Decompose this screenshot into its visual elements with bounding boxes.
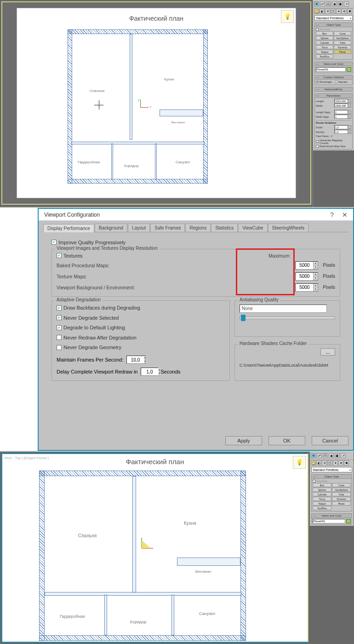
spacewarps-subtab-icon[interactable]: ≋ [342,9,347,14]
hierarchy-tab-icon[interactable]: 品 [326,1,331,6]
viewport-bottom[interactable]: ctive - Top ] [Edged Faces ] Фактический… [1,453,308,643]
tab-regions[interactable]: Regions [185,224,211,232]
baked-maps-spinner[interactable]: ▴▾ [295,261,318,270]
width-spinner[interactable]: ▴▾ [334,104,351,108]
bottom-viewport-section: ctive - Top ] [Edged Faces ] Фактический… [0,451,354,644]
gizmo-icon[interactable] [139,537,155,551]
hierarchy-tab-icon[interactable]: 品 [323,453,328,458]
create-tab-icon[interactable]: ✲ [311,453,316,458]
lightbulb-icon[interactable]: 💡 [281,10,294,23]
object-name-input[interactable]: Plane001 [316,67,346,72]
lights-subtab-icon[interactable]: ☀ [325,9,330,14]
primitive-dropdown[interactable]: Standard Primitives ▾ [314,15,353,21]
plane-button[interactable]: Plane [334,50,351,54]
shapes-subtab-icon[interactable]: ◐ [320,9,325,14]
tab-steeringwheels[interactable]: SteeringWheels [268,224,309,232]
utilities-tab-icon[interactable]: ↗ [341,453,346,458]
svg-marker-2 [142,540,150,548]
primitive-dropdown[interactable]: Standard Primitives▾ [311,467,352,472]
cache-browse-button[interactable]: ... [320,348,335,356]
never-degrade-geometry-checkbox[interactable]: ✔Never Degrade Geometry [57,345,121,350]
textures-checkbox[interactable]: ✔Textures [57,253,264,259]
utilities-tab-icon[interactable]: ↗ [344,1,349,6]
density-spinner[interactable]: ▴▾ [334,130,351,134]
rectangle-radio[interactable] [316,80,319,83]
length-spinner[interactable]: ▴▾ [334,99,351,103]
create-tab-icon[interactable]: ✲ [314,1,319,6]
textplus-button[interactable]: TextPlus [316,54,333,58]
gizmo-icon[interactable] [140,99,148,108]
sphere-button[interactable]: Sphere [316,36,333,40]
antialiasing-slider[interactable] [240,316,335,319]
close-icon[interactable]: ✕ [342,211,348,218]
room-kitchen: Кухня [164,77,174,81]
plan-title: Фактический план [2,458,308,466]
scale-spinner[interactable]: ▴▾ [334,125,351,129]
background-spinner[interactable]: ▴▾ [295,283,318,292]
help-icon[interactable]: ? [330,211,334,218]
teapot-button[interactable]: Teapot [316,50,333,54]
geometry-subtab-icon[interactable]: ◯ [314,9,319,14]
width-segs-spinner[interactable]: ▴▾ [334,115,351,119]
never-degrade-selected-checkbox[interactable]: ✔Never Degrade Selected [57,315,119,321]
tab-viewcube[interactable]: ViewCube [238,224,267,232]
display-tab-icon[interactable]: ▣ [338,1,343,6]
cancel-button[interactable]: Cancel [312,436,348,445]
generate-mapping-checkbox[interactable]: ✓ [316,140,319,143]
tab-layout[interactable]: Layout [128,224,150,232]
cone-button[interactable]: Cone [334,31,351,35]
lights-subtab-icon[interactable]: ☀ [322,460,327,466]
apply-button[interactable]: Apply [225,436,262,445]
spacewarps-subtab-icon[interactable]: ≋ [338,460,343,466]
draw-backfaces-checkbox[interactable]: ✔Draw Backfaces during Degrading [57,305,140,310]
lightbulb-icon[interactable]: 💡 [293,456,306,469]
color-swatch[interactable] [347,67,351,72]
tab-safe-frames[interactable]: Safe Frames [150,224,185,232]
cameras-subtab-icon[interactable]: ◫ [327,460,332,466]
viewport-config-dialog: Viewport Configuration ? ✕ Display Perfo… [38,208,354,451]
delay-spinner[interactable]: ▴▾ [141,368,158,376]
texture-maps-spinner[interactable]: ▴▾ [295,272,318,281]
floorplan-canvas: Фактический план 💡 Спальня Кухня Гардеро… [17,8,296,198]
dialog-title: Viewport Configuration [44,212,100,218]
tab-statistics[interactable]: Statistics [211,224,238,232]
motion-tab-icon[interactable]: ◉ [332,1,337,6]
helpers-subtab-icon[interactable]: ✦ [336,9,341,14]
antialiasing-field[interactable]: None [240,305,327,313]
ok-button[interactable]: OK [268,436,305,445]
rollout-header[interactable]: Object Type [314,23,353,27]
pyramid-button[interactable]: Pyramid [334,45,351,49]
degrade-default-lighting-checkbox[interactable]: ✔Degrade to Default Lighting [57,325,125,330]
square-radio[interactable] [335,80,337,83]
fps-spinner[interactable]: ▴▾ [126,356,146,364]
never-redraw-checkbox[interactable]: ✔Never Redraw After Degradation [57,335,137,340]
systems-subtab-icon[interactable]: ✱ [344,460,349,466]
cache-path-label: C:\Users\Таисия\AppData\Local\Autodesk\3… [240,363,335,368]
length-segs-spinner[interactable]: ▴▾ [334,110,351,114]
improve-quality-checkbox[interactable]: ✔Improve Quality Progressively [51,240,126,245]
panel-main-tabs: ✲ ☍ 品 ◉ ▣ ↗ [313,0,354,8]
room-corridor: Коридор [124,164,139,168]
helpers-subtab-icon[interactable]: ✦ [333,460,338,466]
tab-display-performance[interactable]: Display Performance [43,224,94,232]
box-button[interactable]: Box [316,31,333,35]
geosphere-button[interactable]: GeoSphere [334,36,351,40]
display-tab-icon[interactable]: ▣ [335,453,340,458]
modify-tab-icon[interactable]: ☍ [320,1,325,6]
color-swatch[interactable] [346,519,351,523]
object-name-input[interactable]: Plane001 [313,519,345,523]
systems-subtab-icon[interactable]: ✱ [347,9,352,14]
shapes-subtab-icon[interactable]: ◐ [316,460,321,466]
cameras-subtab-icon[interactable]: ◫ [331,9,336,14]
real-world-checkbox[interactable] [316,145,319,148]
viewport[interactable]: Фактический план 💡 Спальня Кухня Гардеро… [1,1,311,205]
dialog-titlebar[interactable]: Viewport Configuration ? ✕ [39,209,353,221]
modify-tab-icon[interactable]: ☍ [317,453,322,458]
cylinder-button[interactable]: Cylinder [316,40,333,45]
torus-button[interactable]: Torus [316,45,333,49]
tab-background[interactable]: Background [95,224,127,232]
dialog-section: Viewport Configuration ? ✕ Display Perfo… [0,207,354,451]
motion-tab-icon[interactable]: ◉ [329,453,334,458]
geometry-subtab-icon[interactable]: ◯ [311,460,316,466]
tube-button[interactable]: Tube [334,40,351,45]
